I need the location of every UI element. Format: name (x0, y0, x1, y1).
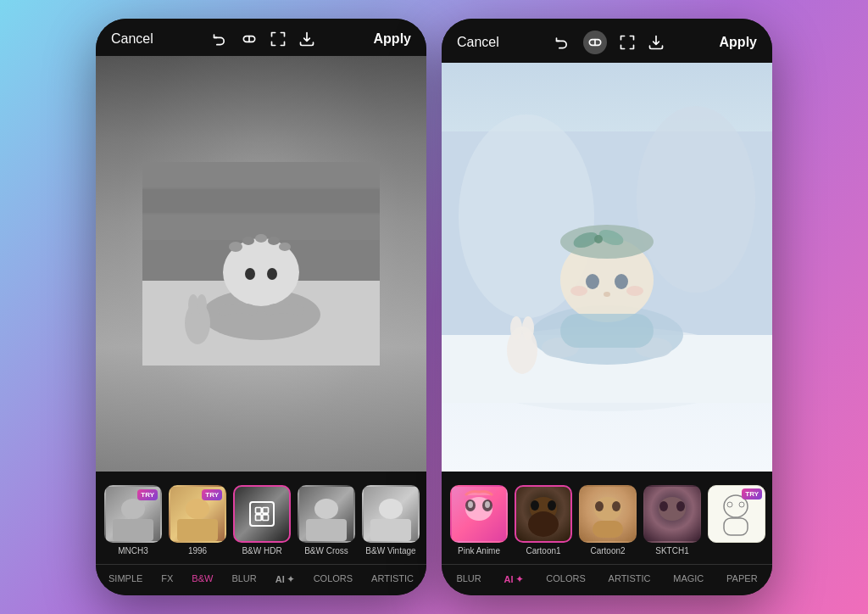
right-top-bar: Cancel Apply (442, 19, 772, 63)
filter-try-right-thumb[interactable] (708, 485, 765, 543)
filter-cartoon1-label: Cartoon1 (526, 546, 560, 555)
filter-cartoon2-label: Cartoon2 (590, 546, 625, 555)
svg-rect-54 (560, 314, 654, 348)
filter-try-right[interactable] (708, 485, 765, 555)
tab-colors-left[interactable]: COLORS (314, 572, 353, 587)
phones-container: Cancel Apply (96, 19, 772, 595)
filter-bw-cross[interactable]: B&W Cross (298, 485, 355, 555)
bw-baby-svg (142, 162, 380, 366)
left-cancel-button[interactable]: Cancel (111, 31, 153, 47)
filter-bw-cross-label: B&W Cross (304, 546, 348, 555)
tab-bw[interactable]: B&W (192, 572, 213, 587)
tab-blur[interactable]: BLUR (231, 572, 256, 587)
svg-rect-24 (263, 508, 269, 514)
undo-icon[interactable] (212, 31, 229, 47)
tab-colors-right[interactable]: COLORS (546, 572, 585, 587)
filter-mnch3-thumb[interactable] (104, 485, 162, 543)
svg-point-45 (594, 235, 603, 243)
tab-ai-right[interactable]: AI ✦ (504, 572, 524, 587)
left-image-area (96, 56, 426, 472)
svg-rect-67 (593, 521, 623, 538)
tab-artistic-right[interactable]: ARTISTIC (609, 572, 651, 587)
svg-point-27 (314, 499, 338, 519)
svg-point-58 (468, 501, 473, 508)
left-top-bar: Cancel Apply (96, 19, 426, 56)
sparkle-icon: ✦ (287, 573, 295, 585)
ai-label-right: AI (504, 574, 514, 584)
svg-point-14 (245, 268, 255, 280)
filter-pink-anime[interactable]: Pink Anime (450, 485, 508, 555)
tab-simple[interactable]: SIMPLE (108, 572, 142, 587)
right-bottom-area: Pink Anime Cartoon1 (442, 472, 772, 595)
svg-rect-25 (256, 515, 262, 521)
tab-ai-left[interactable]: AI ✦ (275, 572, 295, 587)
svg-point-63 (528, 511, 559, 537)
filter-bw-hdr-thumb[interactable] (233, 485, 291, 543)
filter-1996[interactable]: 1996 (169, 485, 226, 555)
svg-point-29 (379, 499, 403, 519)
right-undo-icon[interactable] (554, 34, 571, 51)
right-eraser-icon[interactable] (583, 31, 607, 54)
filter-bw-vintage-label: B&W Vintage (365, 546, 415, 555)
left-filter-row: MNCH3 1996 B&W HDR (96, 478, 426, 562)
svg-point-46 (586, 274, 599, 289)
svg-rect-23 (256, 508, 262, 514)
left-apply-button[interactable]: Apply (374, 31, 411, 47)
right-image-area: Tap to brush off effect (442, 63, 772, 472)
svg-point-50 (626, 286, 643, 296)
right-download-icon[interactable] (648, 34, 665, 51)
svg-rect-20 (113, 519, 153, 541)
svg-point-66 (612, 501, 620, 511)
tab-magic-right[interactable]: MAGIC (673, 572, 704, 587)
svg-point-69 (659, 501, 668, 511)
tab-paper-right[interactable]: PAPER (726, 572, 757, 587)
eraser-icon[interactable] (241, 31, 258, 47)
left-toolbar-icons (212, 31, 315, 47)
filter-1996-thumb[interactable] (169, 485, 226, 543)
filter-mnch3-label: MNCH3 (118, 546, 148, 555)
svg-point-70 (676, 501, 685, 511)
svg-rect-22 (177, 519, 218, 541)
tab-artistic-left[interactable]: ARTISTIC (371, 572, 414, 587)
right-cancel-button[interactable]: Cancel (457, 35, 499, 50)
svg-rect-26 (263, 515, 269, 521)
filter-bw-vintage[interactable]: B&W Vintage (362, 485, 420, 555)
filter-pink-anime-label: Pink Anime (458, 546, 500, 555)
svg-point-21 (186, 499, 209, 519)
left-phone: Cancel Apply (96, 19, 426, 595)
filter-bw-hdr[interactable]: B&W HDR (233, 485, 291, 555)
filter-bw-vintage-thumb[interactable] (362, 485, 420, 543)
filter-sktch1[interactable]: SKTCH1 (643, 485, 701, 555)
tab-blur-right[interactable]: BLUR (456, 572, 481, 587)
svg-point-35 (637, 106, 755, 293)
svg-rect-30 (370, 519, 411, 541)
svg-point-47 (615, 274, 628, 289)
filter-mnch3[interactable]: MNCH3 (104, 485, 162, 555)
tab-fx[interactable]: FX (161, 572, 173, 587)
right-crop-icon[interactable] (619, 34, 636, 51)
svg-point-49 (570, 286, 587, 296)
crop-icon[interactable] (270, 31, 287, 47)
filter-cartoon1-thumb[interactable] (515, 485, 572, 543)
right-apply-button[interactable]: Apply (720, 35, 757, 50)
filter-bw-cross-thumb[interactable] (298, 485, 355, 543)
left-photo (96, 56, 426, 472)
filter-cartoon2[interactable]: Cartoon2 (579, 485, 637, 555)
svg-point-61 (531, 500, 539, 511)
filter-pink-anime-thumb[interactable] (450, 485, 508, 543)
bw-scene (96, 56, 426, 472)
svg-point-19 (121, 499, 145, 519)
svg-point-48 (604, 292, 610, 297)
filter-sktch1-thumb[interactable] (643, 485, 701, 543)
watercolor-baby-svg (442, 63, 772, 472)
svg-point-73 (739, 502, 744, 507)
svg-point-18 (197, 294, 207, 315)
svg-point-59 (485, 501, 490, 508)
filter-cartoon2-thumb[interactable] (579, 485, 637, 543)
download-icon[interactable] (298, 31, 315, 47)
left-bottom-area: MNCH3 1996 B&W HDR (96, 472, 426, 595)
svg-point-52 (510, 316, 522, 340)
ai-label: AI (275, 574, 285, 584)
filter-cartoon1[interactable]: Cartoon1 (515, 485, 572, 555)
filter-sktch1-label: SKTCH1 (655, 546, 688, 555)
